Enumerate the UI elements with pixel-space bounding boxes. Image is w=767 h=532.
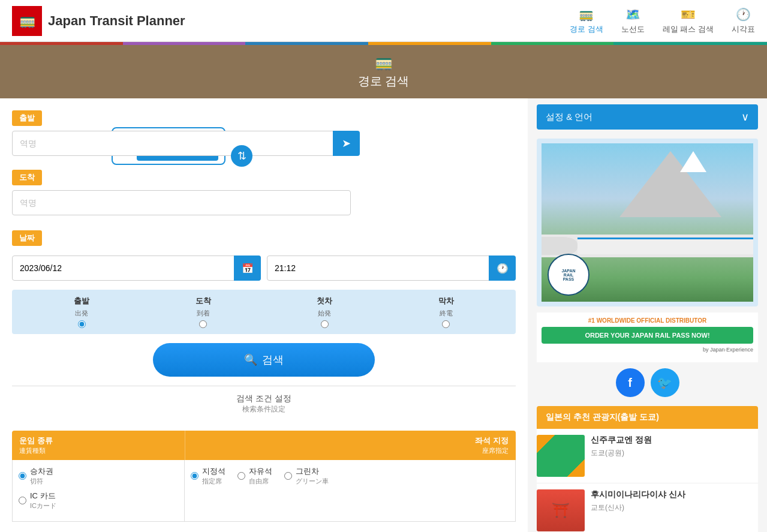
radio-last-input[interactable]: [442, 320, 450, 328]
jrpass-badge: JAPANRAILPASS: [548, 254, 589, 296]
time-type-radio-group: 출발 出発 도착 到着 첫차 始発 막차 終電: [12, 290, 516, 334]
seat-free-jp: 自由席: [249, 477, 272, 486]
fare-ic-kr: IC 카드: [30, 491, 56, 501]
seat-type-header: 좌석 지정 座席指定: [185, 431, 516, 460]
seat-type-kr: 좌석 지정: [192, 435, 509, 446]
search-conditions-jp: 検索条件設定: [12, 404, 516, 414]
date-row: 📅 🕐: [12, 256, 516, 281]
seat-options-container: 지정석 指定席 자유석 自由席: [185, 460, 515, 521]
attraction-garden-image: [537, 435, 585, 477]
radio-first-input[interactable]: [321, 320, 329, 328]
right-panel: 설정 & 언어 ∨ JAPANRAILPASS: [528, 98, 767, 532]
attraction-info: 신주쿠교엔 정원 도쿄(공원): [591, 435, 758, 477]
radio-first-jp: 始発: [318, 309, 331, 318]
nav-railpass[interactable]: 🎫 레일 패스 검색: [663, 7, 714, 35]
seat-green-jp: グリーン車: [296, 477, 329, 486]
nav-map-label: 노선도: [621, 24, 645, 35]
facebook-button[interactable]: f: [616, 368, 645, 397]
arrival-input[interactable]: [12, 190, 351, 215]
nav-route[interactable]: 🚃 경로 검색: [570, 7, 603, 35]
train-body: [577, 238, 753, 254]
radio-departure: 출발 出発: [21, 296, 143, 328]
fare-ic: IC 카드 ICカード: [19, 491, 178, 510]
nav-railpass-label: 레일 패스 검색: [663, 24, 714, 35]
left-panel: 출발 ➤ ⇅ 🗺️ 노선도: [0, 98, 528, 532]
seat-reserved-radio[interactable]: [191, 472, 198, 480]
attraction-name: 후시미이나리다이샤 신사: [591, 489, 758, 500]
radio-departure-input[interactable]: [78, 320, 86, 328]
nav-timetable-label: 시각표: [732, 24, 755, 35]
arrival-input-wrapper: [12, 190, 516, 215]
seat-green-radio[interactable]: [284, 472, 292, 480]
departure-input-wrapper: ➤: [12, 131, 360, 156]
seat-green-kr: 그린차: [296, 466, 329, 477]
list-item[interactable]: 신주쿠교엔 정원 도쿄(공원): [537, 429, 758, 483]
departure-label: 출발: [12, 110, 42, 126]
logo: 🚃 Japan Transit Planner: [12, 6, 185, 36]
fare-ic-jp: ICカード: [30, 501, 56, 510]
fare-ic-radio[interactable]: [19, 497, 26, 504]
radio-last-kr: 막차: [438, 296, 454, 306]
fare-left: 승차권 切符 IC 카드 ICカード: [13, 460, 185, 521]
twitter-button[interactable]: 🐦: [651, 368, 679, 397]
attraction-shrine-image: ⛩️: [537, 489, 585, 531]
section-header-title: 경로 검색: [358, 74, 410, 88]
nav-route-label: 경로 검색: [570, 24, 603, 35]
radio-first: 첫차 始発: [264, 296, 386, 328]
timetable-icon: 🕐: [736, 7, 751, 22]
date-input-wrapper: 📅: [12, 256, 261, 281]
attraction-sub: 교토(신사): [591, 503, 758, 513]
calendar-button[interactable]: 📅: [234, 256, 261, 281]
ad-banner: JAPANRAILPASS: [537, 139, 758, 306]
arrival-section: 도착: [12, 170, 516, 215]
jrpass-section: #1 WORLDWIDE OFFICIAL DISTRIBUTOR ORDER …: [537, 312, 758, 362]
seat-type-jp: 座席指定: [192, 446, 509, 455]
seat-free-radio[interactable]: [237, 472, 245, 480]
attraction-sub: 도쿄(공원): [591, 448, 758, 458]
radio-last: 막차 終電: [386, 296, 507, 328]
seat-green: 그린차 グリーン車: [284, 466, 329, 486]
fare-ticket-kr: 승차권: [30, 466, 53, 477]
search-button[interactable]: 🔍 검색: [153, 343, 375, 377]
fare-ticket-radio[interactable]: [19, 472, 26, 480]
fare-section-header: 운임 종류 連賃種類 좌석 지정 座席指定: [12, 431, 516, 460]
attraction-name: 신주쿠교엔 정원: [591, 435, 758, 446]
social-buttons: f 🐦: [537, 368, 758, 397]
settings-language-bar[interactable]: 설정 & 언어 ∨: [537, 104, 758, 130]
radio-arrival-jp: 到着: [197, 309, 210, 318]
clock-button[interactable]: 🕐: [489, 256, 516, 281]
fare-type-jp: 連賃種類: [19, 446, 178, 455]
seat-reserved-jp: 指定席: [202, 477, 225, 486]
search-conditions-section[interactable]: 검색 조건 설정 検索条件設定: [12, 386, 516, 422]
map-icon: 🗺️: [625, 7, 640, 22]
fare-type-kr: 운임 종류: [19, 435, 178, 446]
fare-section: 운임 종류 連賃種類 좌석 지정 座席指定 승차권 切符: [12, 431, 516, 522]
nav-map[interactable]: 🗺️ 노선도: [621, 7, 645, 35]
seat-reserved-kr: 지정석: [202, 466, 225, 477]
search-button-label: 검색: [262, 353, 284, 367]
date-input[interactable]: [12, 256, 261, 281]
seat-free: 자유석 自由席: [237, 466, 272, 486]
radio-departure-kr: 출발: [74, 296, 89, 306]
attractions-list: 신주쿠교엔 정원 도쿄(공원) ⛩️ 후시미이나리다이샤 신사 교토(신사): [537, 429, 758, 532]
railpass-icon: 🎫: [681, 7, 696, 22]
jrpass-by: by Japan·Experience: [542, 347, 753, 353]
arrival-label: 도착: [12, 170, 42, 185]
radio-arrival-input[interactable]: [199, 320, 207, 328]
jrpass-order-button[interactable]: ORDER YOUR JAPAN RAIL PASS NOW!: [542, 327, 753, 344]
swap-button[interactable]: ⇅: [231, 145, 252, 167]
radio-first-kr: 첫차: [317, 296, 332, 306]
departure-location-button[interactable]: ➤: [333, 131, 360, 156]
date-section: 날짜 📅 🕐: [12, 221, 516, 281]
list-item[interactable]: ⛩️ 후시미이나리다이샤 신사 교토(신사): [537, 483, 758, 532]
departure-input[interactable]: [12, 131, 351, 156]
search-conditions-kr: 검색 조건 설정: [12, 393, 516, 404]
jrpass-badge-text: JAPANRAILPASS: [561, 269, 575, 281]
nav-timetable[interactable]: 🕐 시각표: [732, 7, 755, 35]
radio-last-jp: 終電: [440, 309, 453, 318]
time-input[interactable]: [267, 256, 516, 281]
seat-reserved: 지정석 指定席: [191, 466, 225, 486]
fare-ticket: 승차권 切符: [19, 466, 178, 486]
train-nose: [542, 237, 577, 255]
ad-background: JAPANRAILPASS: [542, 143, 753, 302]
